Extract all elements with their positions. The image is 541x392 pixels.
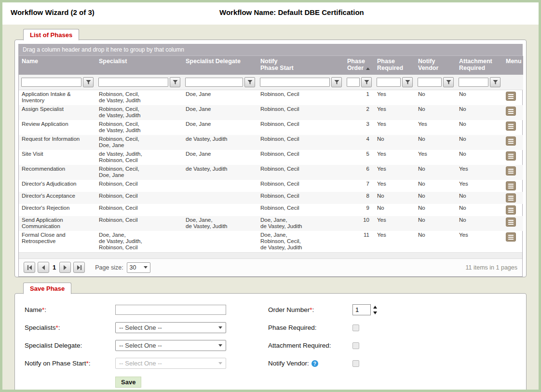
last-page-button[interactable] [73,262,85,273]
filter-input-attachment-required[interactable] [459,78,488,87]
filter-button-notify-vendor[interactable] [443,77,454,87]
filter-button-phase-required[interactable] [402,77,413,87]
column-header-specialist[interactable]: Specialist [96,56,183,75]
cell-specialist-delegate [183,192,257,204]
cell-menu [503,120,523,135]
cell-phase-required: Yes [374,120,415,135]
last-page-icon [77,265,80,270]
filter-button-specialist[interactable] [170,77,180,87]
row-menu-button[interactable] [506,166,516,176]
filter-input-notify-phase-start[interactable] [260,78,330,87]
row-menu-button[interactable] [506,181,516,190]
first-page-button[interactable] [24,262,35,273]
cell-attachment-required: No [456,90,503,106]
cell-menu [503,192,523,204]
cell-menu [503,135,523,150]
table-row: Site Visitde Vastey, Judith, Robinson, C… [19,150,523,165]
grid-group-panel[interactable]: Drag a column header and drop it here to… [19,44,522,56]
table-row: Application Intake & InventoryRobinson, … [19,90,523,106]
phases-panel: Drag a column header and drop it here to… [14,40,527,277]
cell-menu [503,165,523,180]
cell-menu [503,216,523,231]
specialists-field-label: Specialists*: [25,324,115,331]
specialist-delegate-select[interactable]: -- Select One -- [115,340,226,351]
cell-specialist: Robinson, Cecil, de Vastey, Judith [96,90,183,106]
attachment-required-checkbox[interactable] [352,342,359,349]
column-header-attachment-required[interactable]: Attachment Required [456,56,503,75]
filter-input-specialist-delegate[interactable] [185,78,243,87]
tab-save-phase[interactable]: Save Phase [23,283,71,294]
cell-notify-vendor: No [415,165,456,180]
funnel-icon [364,80,369,85]
cell-notify-vendor: No [415,90,456,106]
notify-vendor-checkbox[interactable] [352,360,359,367]
column-header-phase-order[interactable]: Phase Order [344,56,374,75]
row-menu-button[interactable] [506,122,516,131]
page-size-label: Page size: [95,264,123,271]
cell-specialist: de Vastey, Judith, Robinson, Cecil [96,150,183,165]
row-menu-button[interactable] [506,92,516,101]
cell-phase-required: Yes [374,105,415,120]
row-menu-button[interactable] [506,151,516,161]
cell-phase-required: Yes [374,216,415,231]
next-page-icon [64,265,67,270]
save-button[interactable]: Save [115,377,141,388]
order-number-field[interactable] [352,304,371,315]
filter-button-phase-order[interactable] [361,77,372,87]
help-icon[interactable]: ? [311,360,318,367]
hamburger-icon-bar [508,113,514,114]
hamburger-icon-bar [508,222,514,223]
specialist-delegate-field-row: Specialist Delegate: -- Select One -- [25,340,268,351]
row-menu-button[interactable] [506,107,516,116]
cell-phase-order: 2 [344,105,374,120]
row-menu-button[interactable] [506,193,516,203]
column-header-name[interactable]: Name [19,56,96,75]
filter-input-name[interactable] [21,78,81,87]
filter-input-phase-required[interactable] [377,78,401,87]
phase-required-checkbox[interactable] [352,324,359,331]
specialists-select[interactable]: -- Select One -- [115,322,226,333]
spinner-down-icon[interactable] [373,311,377,314]
cell-phase-required: Yes [374,165,415,180]
funnel-icon [446,80,451,85]
cell-specialist-delegate: de Vastey, Judith [183,165,257,180]
filter-input-specialist[interactable] [98,78,168,87]
column-header-notify-phase-start[interactable]: Notify Phase Start [257,56,344,75]
notify-vendor-field-row: Notify Vendor:? [268,358,516,369]
phases-grid: Drag a column header and drop it here to… [18,44,523,277]
cell-attachment-required: No [456,192,503,204]
hamburger-icon-bar [508,171,514,172]
cell-name: Review Application [19,120,96,135]
cell-specialist: Robinson, Cecil, de Vastey, Judith [96,105,183,120]
row-menu-button[interactable] [506,232,516,242]
table-row: RecommendationRobinson, Cecil, Doe, Jane… [19,165,523,180]
filter-button-specialist-delegate[interactable] [244,77,255,87]
row-menu-button[interactable] [506,136,516,146]
cell-notify-vendor: No [415,204,456,216]
filter-input-phase-order[interactable] [347,78,360,87]
current-page-number[interactable]: 1 [53,264,56,271]
column-header-notify-vendor[interactable]: Notify Vendor [415,56,456,75]
cell-phase-required: Yes [374,150,415,165]
filter-input-notify-vendor[interactable] [418,78,442,87]
filter-button-name[interactable] [83,77,94,87]
specialists-field-row: Specialists*: -- Select One -- [25,322,268,333]
previous-page-button[interactable] [38,262,49,273]
items-summary: 11 items in 1 pages [466,264,517,271]
tab-list-of-phases[interactable]: List of Phases [23,29,79,41]
filter-button-attachment-required[interactable] [490,77,500,87]
spinner-up-icon[interactable] [373,306,377,309]
horizontal-scrollbar[interactable] [19,252,522,258]
chevron-down-icon [218,362,222,365]
page-size-select[interactable]: 30 [127,262,150,273]
name-field[interactable] [115,305,226,315]
order-number-spinner[interactable] [373,306,377,314]
next-page-button[interactable] [59,262,71,273]
row-menu-button[interactable] [506,217,516,227]
filter-button-notify-phase-start[interactable] [331,77,342,87]
cell-notify-phase-start: Doe, Jane, Robinson, Cecil, de Vastey, J… [257,231,344,252]
row-menu-button[interactable] [506,205,516,215]
cell-attachment-required: Yes [456,165,503,180]
column-header-phase-required[interactable]: Phase Required [374,56,415,75]
column-header-specialist-delegate[interactable]: Specialist Delegate [183,56,257,75]
